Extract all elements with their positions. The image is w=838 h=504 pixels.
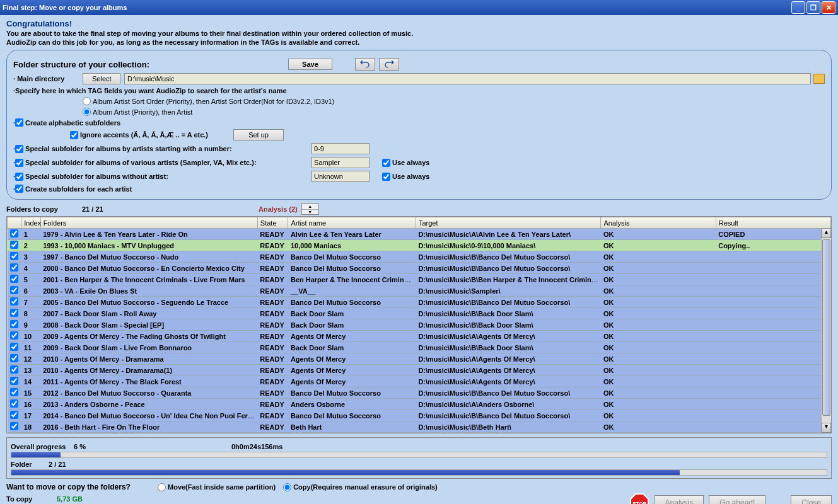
row-folder: 1993 - 10,000 Maniacs - MTV Unplugged — [40, 240, 257, 251]
close-button[interactable]: ✕ — [822, 1, 835, 14]
redo-button[interactable] — [379, 58, 399, 71]
row-folder: 2010 - Agents Of Mercy - Dramarama — [40, 353, 257, 365]
row-checkbox[interactable] — [10, 286, 18, 294]
main-dir-input[interactable] — [124, 73, 811, 84]
row-checkbox[interactable] — [10, 377, 18, 385]
table-row[interactable]: 10 2009 - Agents Of Mercy - The Fading G… — [8, 331, 831, 342]
select-button[interactable]: Select — [83, 73, 120, 84]
col-state[interactable]: State — [257, 217, 288, 229]
row-checkbox[interactable] — [10, 331, 18, 340]
col-artist[interactable]: Artist name — [288, 217, 416, 229]
radio-move[interactable]: Move(Fast inside same partition) — [158, 483, 276, 491]
fieldset-legend: Folder structure of your collection: — [13, 60, 149, 69]
row-analysis: OK — [601, 251, 716, 263]
row-state: READY — [257, 387, 288, 399]
number-subfolder-input[interactable] — [311, 143, 370, 154]
row-checkbox[interactable] — [10, 229, 18, 238]
col-index[interactable]: Index — [21, 217, 40, 229]
row-checkbox[interactable] — [10, 399, 18, 408]
table-row[interactable]: 18 2016 - Beth Hart - Fire On The Floor … — [8, 421, 831, 433]
row-checkbox[interactable] — [10, 297, 18, 306]
table-row[interactable]: 3 1997 - Banco Del Mutuo Soccorso - Nudo… — [8, 251, 831, 263]
table-row[interactable]: 5 2001 - Ben Harper & The Innocent Crimi… — [8, 274, 831, 285]
row-checkbox[interactable] — [10, 275, 18, 283]
table-row[interactable]: 12 2010 - Agents Of Mercy - Dramarama RE… — [8, 353, 831, 365]
col-result[interactable]: Result — [716, 217, 830, 229]
table-row[interactable]: 17 2014 - Banco Del Mutuo Soccorso - Un'… — [8, 410, 831, 421]
analysis-button[interactable]: Analysis — [655, 495, 704, 504]
chk-alpha-subfolders[interactable]: Create alphabetic subfolders — [15, 118, 120, 127]
chk-use-always-noartist[interactable]: Use always — [382, 173, 429, 181]
row-target: D:\music\Music\B\Ben Harper & The Innoce… — [416, 274, 601, 285]
row-state: READY — [257, 331, 288, 342]
table-row[interactable]: 7 2005 - Banco Del Mutuo Soccorso - Segu… — [8, 297, 831, 308]
row-artist: Back Door Slam — [288, 308, 416, 319]
table-row[interactable]: 4 2000 - Banco Del Mutuo Soccorso - En C… — [8, 263, 831, 274]
va-subfolder-input[interactable] — [311, 157, 370, 168]
row-result — [716, 263, 830, 274]
row-checkbox[interactable] — [10, 263, 18, 272]
radio-sort-order[interactable]: Album Artist Sort Order (Priority), then… — [83, 97, 334, 105]
row-state: READY — [257, 308, 288, 319]
row-checkbox[interactable] — [10, 411, 18, 419]
row-index: 14 — [21, 376, 40, 387]
scroll-up-button[interactable]: ▲ — [822, 228, 831, 238]
radio-album-artist[interactable]: Album Artist (Priority), then Artist — [83, 108, 192, 116]
undo-button[interactable] — [355, 58, 375, 71]
save-button[interactable]: Save — [288, 59, 332, 70]
table-row[interactable]: 13 2010 - Agents Of Mercy - Dramarama(1)… — [8, 365, 831, 376]
setup-button[interactable]: Set up — [233, 129, 284, 140]
table-row[interactable]: 16 2013 - Anders Osborne - Peace READY A… — [8, 399, 831, 410]
row-folder: 2009 - Back Door Slam - Live From Bonnar… — [40, 342, 257, 353]
row-checkbox[interactable] — [10, 241, 18, 249]
radio-copy[interactable]: Copy(Requires manual erasure of original… — [283, 483, 438, 491]
chk-each-artist[interactable]: Create subfolders for each artist — [15, 185, 132, 193]
table-row[interactable]: 11 2009 - Back Door Slam - Live From Bon… — [8, 342, 831, 353]
row-checkbox[interactable] — [10, 388, 18, 396]
col-analysis[interactable]: Analysis — [601, 217, 716, 229]
row-artist: Agents Of Mercy — [288, 376, 416, 387]
row-folder: 2000 - Banco Del Mutuo Soccorso - En Con… — [40, 263, 257, 274]
minimize-button[interactable]: _ — [791, 1, 805, 14]
table-row[interactable]: 15 2012 - Banco Del Mutuo Soccorso - Qua… — [8, 387, 831, 399]
table-row[interactable]: 2 1993 - 10,000 Maniacs - MTV Unplugged … — [8, 240, 831, 251]
table-row[interactable]: 6 2003 - VA - Exile On Blues St READY __… — [8, 285, 831, 297]
scroll-down-button[interactable]: ▼ — [822, 423, 831, 433]
maximize-button[interactable]: ❐ — [806, 1, 820, 14]
table-row[interactable]: 1 1979 - Alvin Lee & Ten Years Later - R… — [8, 229, 831, 240]
go-ahead-button[interactable]: Go ahead! — [709, 495, 765, 504]
row-checkbox[interactable] — [10, 309, 18, 317]
row-state: READY — [257, 365, 288, 376]
close-dialog-button[interactable]: Close — [791, 495, 832, 504]
chk-number-subfolder[interactable]: Special subfolder for albums by artists … — [15, 145, 311, 153]
col-target[interactable]: Target — [416, 217, 601, 229]
analysis-spinner[interactable]: ▲▼ — [301, 203, 319, 215]
noartist-subfolder-input[interactable] — [311, 171, 370, 182]
col-check[interactable] — [8, 217, 21, 229]
row-result — [716, 387, 830, 399]
table-row[interactable]: 8 2007 - Back Door Slam - Roll Away READ… — [8, 308, 831, 319]
chk-va-subfolder[interactable]: Special subfolder for albums of various … — [15, 159, 311, 167]
browse-folder-icon[interactable] — [813, 74, 825, 84]
col-folders[interactable]: Folders — [40, 217, 257, 229]
scroll-thumb[interactable] — [822, 239, 830, 416]
chk-ignore-accents[interactable]: Ignore accents (Ä, Â, Á, Å,Æ .. = A etc.… — [70, 131, 208, 139]
row-analysis: OK — [601, 376, 716, 387]
row-analysis: OK — [601, 285, 716, 297]
row-checkbox[interactable] — [10, 422, 18, 430]
row-analysis: OK — [601, 410, 716, 421]
table-row[interactable]: 14 2011 - Agents Of Mercy - The Black Fo… — [8, 376, 831, 387]
stop-button[interactable]: STOP — [629, 493, 649, 504]
row-target: D:\music\Music\A\Alvin Lee & Ten Years L… — [416, 229, 601, 240]
row-checkbox[interactable] — [10, 320, 18, 328]
row-checkbox[interactable] — [10, 252, 18, 260]
row-checkbox[interactable] — [10, 343, 18, 351]
chk-use-always-va[interactable]: Use always — [382, 159, 429, 167]
table-row[interactable]: 19 2018 - Astral Blue - Out Of The Astra… — [8, 433, 831, 434]
row-index: 6 — [21, 285, 40, 297]
row-checkbox[interactable] — [10, 354, 18, 362]
table-row[interactable]: 9 2008 - Back Door Slam - Special [EP] R… — [8, 319, 831, 331]
chk-noartist-subfolder[interactable]: Special subfolder for albums without art… — [15, 173, 311, 181]
row-checkbox[interactable] — [10, 365, 18, 374]
table-scrollbar[interactable]: ▲ ▼ — [821, 228, 831, 433]
